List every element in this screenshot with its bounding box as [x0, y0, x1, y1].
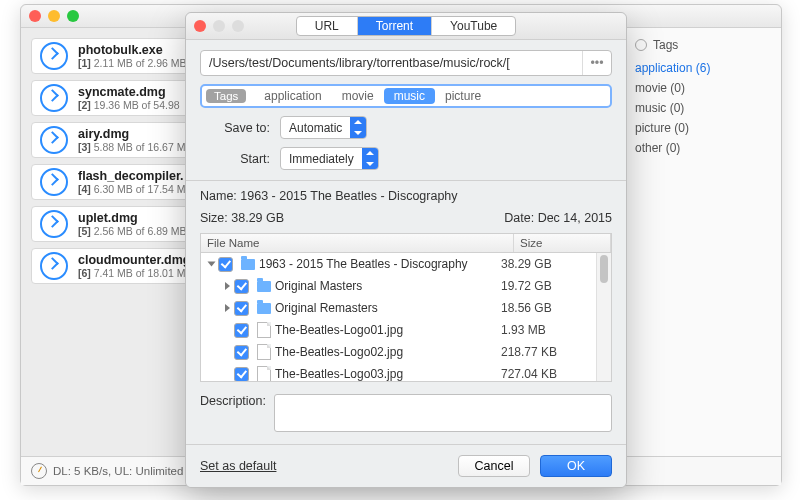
file-name: The-Beatles-Logo01.jpg	[275, 323, 501, 337]
file-name: Original Masters	[275, 279, 501, 293]
torrent-date: Date: Dec 14, 2015	[504, 211, 612, 225]
browse-button[interactable]: •••	[582, 51, 611, 75]
tags-radio-icon	[635, 39, 647, 51]
download-icon	[40, 84, 68, 112]
download-name: flash_decompiler.	[78, 169, 185, 183]
chevron-updown-icon	[362, 148, 378, 169]
download-icon	[40, 126, 68, 154]
set-default-link[interactable]: Set as default	[200, 459, 276, 473]
close-icon[interactable]	[194, 20, 206, 32]
ok-button[interactable]: OK	[540, 455, 612, 477]
download-icon	[40, 42, 68, 70]
description-label: Description:	[200, 394, 266, 408]
file-name: 1963 - 2015 The Beatles - Discography	[259, 257, 501, 271]
tab-youtube[interactable]: YouTube	[432, 17, 515, 35]
table-row[interactable]: Original Remasters18.56 GB	[201, 297, 611, 319]
tag-filter[interactable]: movie (0)	[627, 78, 777, 98]
download-progress: [5] 2.56 MB of 6.89 MB	[78, 225, 187, 237]
table-row[interactable]: The-Beatles-Logo02.jpg218.77 KB	[201, 341, 611, 363]
file-size: 218.77 KB	[501, 345, 607, 359]
file-icon	[257, 366, 271, 381]
dialog-titlebar: URL Torrent YouTube	[186, 13, 626, 40]
checkbox[interactable]	[234, 345, 249, 360]
path-field[interactable]: /Users/test/Documents/library/torrentbas…	[200, 50, 612, 76]
chevron-updown-icon	[350, 117, 366, 138]
file-size: 19.72 GB	[501, 279, 607, 293]
tags-header: Tags	[627, 38, 777, 58]
add-download-dialog: URL Torrent YouTube /Users/test/Document…	[185, 12, 627, 488]
torrent-size: Size: 38.29 GB	[200, 211, 504, 225]
file-size: 18.56 GB	[501, 301, 607, 315]
download-progress: [2] 19.36 MB of 54.98	[78, 99, 180, 111]
tags-label: Tags	[206, 89, 246, 103]
table-row[interactable]: The-Beatles-Logo01.jpg1.93 MB	[201, 319, 611, 341]
download-name: syncmate.dmg	[78, 85, 180, 99]
source-tabs[interactable]: URL Torrent YouTube	[296, 16, 517, 36]
folder-icon	[257, 281, 271, 292]
download-name: uplet.dmg	[78, 211, 187, 225]
disclosure-triangle-icon[interactable]	[225, 282, 230, 290]
download-name: photobulk.exe	[78, 43, 187, 57]
scrollbar[interactable]	[596, 253, 611, 381]
download-icon	[40, 168, 68, 196]
file-icon	[257, 344, 271, 360]
minimize-icon[interactable]	[48, 10, 60, 22]
checkbox[interactable]	[234, 301, 249, 316]
path-text: /Users/test/Documents/library/torrentbas…	[201, 56, 582, 70]
tags-sidebar: Tags application (6)movie (0)music (0)pi…	[622, 28, 781, 458]
file-size: 1.93 MB	[501, 323, 607, 337]
folder-icon	[241, 259, 255, 270]
tag-chip[interactable]: picture	[435, 88, 491, 104]
tag-filter[interactable]: music (0)	[627, 98, 777, 118]
download-icon	[40, 210, 68, 238]
saveto-label: Save to:	[200, 121, 270, 135]
download-icon	[40, 252, 68, 280]
file-name: The-Beatles-Logo02.jpg	[275, 345, 501, 359]
tag-filter[interactable]: other (0)	[627, 138, 777, 158]
checkbox[interactable]	[234, 279, 249, 294]
col-filename[interactable]: File Name	[201, 234, 514, 252]
download-name: airy.dmg	[78, 127, 192, 141]
tags-title: Tags	[653, 38, 678, 52]
table-row[interactable]: Original Masters19.72 GB	[201, 275, 611, 297]
download-progress: [6] 7.41 MB of 18.01 M	[78, 267, 191, 279]
file-size: 727.04 KB	[501, 367, 607, 381]
tag-filter[interactable]: picture (0)	[627, 118, 777, 138]
description-input[interactable]	[274, 394, 612, 432]
folder-icon	[257, 303, 271, 314]
file-table: File Name Size 1963 - 2015 The Beatles -…	[200, 233, 612, 382]
tab-url[interactable]: URL	[297, 17, 358, 35]
file-name: Original Remasters	[275, 301, 501, 315]
tag-chip[interactable]: music	[384, 88, 435, 104]
table-row[interactable]: 1963 - 2015 The Beatles - Discography38.…	[201, 253, 611, 275]
tag-filter[interactable]: application (6)	[627, 58, 777, 78]
file-size: 38.29 GB	[501, 257, 607, 271]
tag-chip[interactable]: application	[254, 88, 331, 104]
tab-torrent[interactable]: Torrent	[358, 17, 432, 35]
tag-chip[interactable]: movie	[332, 88, 384, 104]
disclosure-triangle-icon[interactable]	[225, 304, 230, 312]
zoom-icon[interactable]	[67, 10, 79, 22]
checkbox[interactable]	[234, 367, 249, 382]
minimize-icon	[213, 20, 225, 32]
cancel-button[interactable]: Cancel	[458, 455, 530, 477]
start-select[interactable]: Immediately	[280, 147, 379, 170]
checkbox[interactable]	[234, 323, 249, 338]
download-progress: [3] 5.88 MB of 16.67 MB	[78, 141, 192, 153]
disclosure-triangle-icon[interactable]	[208, 262, 216, 267]
checkbox[interactable]	[218, 257, 233, 272]
status-text: DL: 5 KB/s, UL: Unlimited	[53, 465, 183, 477]
download-progress: [4] 6.30 MB of 17.54 M	[78, 183, 185, 195]
zoom-icon	[232, 20, 244, 32]
tag-bar[interactable]: Tags applicationmoviemusicpicture	[200, 84, 612, 108]
saveto-select[interactable]: Automatic	[280, 116, 367, 139]
start-label: Start:	[200, 152, 270, 166]
torrent-name: Name: 1963 - 2015 The Beatles - Discogra…	[200, 189, 612, 203]
table-row[interactable]: The-Beatles-Logo03.jpg727.04 KB	[201, 363, 611, 381]
file-icon	[257, 322, 271, 338]
download-progress: [1] 2.11 MB of 2.96 MB	[78, 57, 187, 69]
file-name: The-Beatles-Logo03.jpg	[275, 367, 501, 381]
download-name: cloudmounter.dmg	[78, 253, 191, 267]
close-icon[interactable]	[29, 10, 41, 22]
col-size[interactable]: Size	[514, 234, 611, 252]
